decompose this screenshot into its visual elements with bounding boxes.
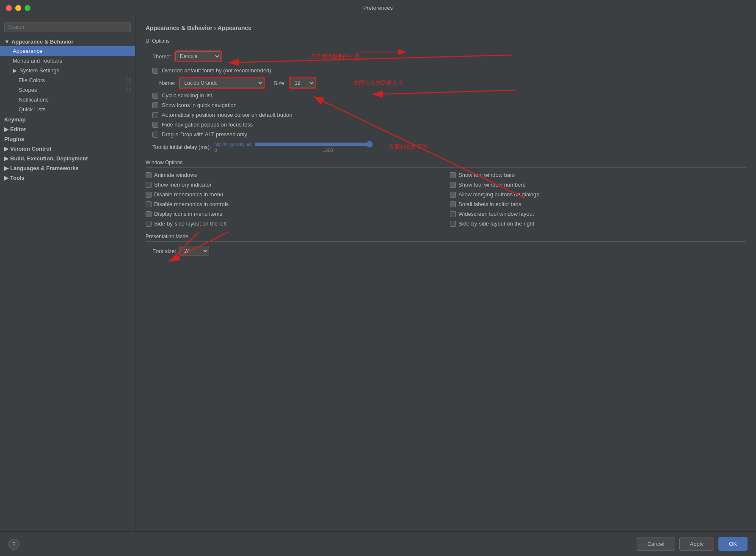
font-size-outlined: 12 11 13 14	[289, 77, 316, 89]
font-face-annotation: 左面包名的字体	[389, 143, 428, 151]
font-name-outlined: Lucida Grande	[179, 77, 265, 89]
sidebar-item-label: Tools	[10, 175, 25, 181]
cyclic-scrolling-label: Cyclic scrolling in list	[162, 92, 212, 99]
close-button[interactable]	[6, 5, 12, 11]
side-by-side-right-checkbox[interactable]	[450, 221, 456, 227]
sidebar-item-plugins[interactable]: Plugins	[0, 134, 135, 143]
show-tool-window-bars-label: Show tool window bars	[458, 172, 515, 178]
show-tool-window-numbers-checkbox[interactable]	[450, 182, 456, 188]
show-tool-window-numbers-option: Show tool window numbers	[450, 182, 746, 188]
ok-button[interactable]: OK	[718, 537, 748, 551]
theme-select-outlined: Darcula IntelliJ Windows High Contrast	[174, 50, 222, 62]
triangle-icon: ▼	[4, 39, 10, 45]
small-labels-editor-checkbox[interactable]	[450, 201, 456, 207]
hide-nav-popups-row: Hide navigation popups on focus loss	[146, 121, 746, 128]
show-icons-quick-nav-label: Show icons in quick navigation	[162, 102, 237, 108]
allow-merging-buttons-checkbox[interactable]	[450, 192, 456, 198]
minimize-button[interactable]	[15, 5, 21, 11]
font-size-label: Size:	[273, 80, 286, 86]
hide-nav-popups-checkbox[interactable]	[152, 122, 158, 128]
font-size-annotation: 左面包名的字体大小	[353, 79, 403, 87]
allow-merging-buttons-label: Allow merging buttons on dialogs	[458, 191, 539, 198]
auto-position-mouse-checkbox[interactable]	[152, 112, 158, 118]
slider-container: http://blog.dsdnj.net/ 0 1200	[215, 141, 373, 153]
theme-annotation: 点击选择想要的主题	[310, 52, 359, 60]
bottom-bar: ? Cancel Apply OK	[0, 531, 756, 556]
sidebar: ▼ Appearance & Behavior Appearance Menus…	[0, 16, 135, 531]
cyclic-scrolling-checkbox[interactable]	[152, 93, 158, 99]
hide-nav-popups-label: Hide navigation popups on focus loss	[162, 121, 253, 128]
side-by-side-left-option: Side-by-side layout on the left	[146, 220, 441, 227]
sidebar-item-label: Plugins	[4, 136, 24, 142]
window-controls[interactable]	[6, 5, 30, 11]
show-memory-indicator-label: Show memory indicator	[154, 182, 212, 188]
sidebar-item-menus-toolbars[interactable]: Menus and Toolbars	[0, 56, 135, 66]
disable-mnemonics-controls-checkbox[interactable]	[146, 201, 152, 207]
display-icons-menu-option: Display icons in menu items	[146, 211, 441, 217]
theme-select[interactable]: Darcula IntelliJ Windows High Contrast	[175, 51, 221, 61]
sidebar-item-tools[interactable]: ▶ Tools	[0, 173, 135, 182]
window-options-section-title: Window Options	[146, 160, 746, 168]
show-memory-indicator-checkbox[interactable]	[146, 182, 152, 188]
presentation-font-size-select[interactable]: 24 18 20 28 32	[179, 246, 209, 256]
disable-mnemonics-menu-checkbox[interactable]	[146, 192, 152, 198]
show-icons-quick-nav-checkbox[interactable]	[152, 102, 158, 108]
sidebar-item-scopes[interactable]: Scopes ⬛	[0, 85, 135, 95]
show-tool-window-bars-option: Show tool window bars	[450, 172, 746, 178]
sidebar-item-build-execution[interactable]: ▶ Build, Execution, Deployment	[0, 153, 135, 163]
ui-options-section-title: UI Options	[146, 38, 746, 46]
small-labels-editor-label: Small labels in editor tabs	[458, 201, 521, 207]
search-input[interactable]	[4, 22, 131, 32]
window-options-left: Animate windows Show memory indicator Di…	[146, 172, 441, 227]
display-icons-menu-label: Display icons in menu items	[154, 211, 222, 217]
theme-row: Theme: Darcula IntelliJ Windows High Con…	[146, 50, 746, 62]
sidebar-item-version-control[interactable]: ▶ Version Control	[0, 143, 135, 153]
sidebar-item-editor[interactable]: ▶ Editor	[0, 124, 135, 134]
widescreen-layout-checkbox[interactable]	[450, 211, 456, 217]
triangle-icon: ▶	[4, 126, 8, 132]
display-icons-menu-checkbox[interactable]	[146, 211, 152, 217]
content-area: Appearance & Behavior › Appearance UI Op…	[135, 16, 756, 531]
presentation-mode-section-title: Presentation Mode	[146, 234, 746, 242]
presentation-font-size-row: Font size: 24 18 20 28 32	[146, 246, 746, 256]
title-bar: Preferences	[0, 0, 756, 16]
slider-min: 0	[215, 148, 217, 153]
sidebar-item-appearance[interactable]: Appearance	[0, 46, 135, 56]
font-size-select[interactable]: 12 11 13 14	[290, 78, 315, 88]
sidebar-item-notifications[interactable]: Notifications	[0, 95, 135, 105]
sidebar-item-quick-lists[interactable]: Quick Lists	[0, 105, 135, 114]
sidebar-item-label: Menus and Toolbars	[13, 58, 62, 64]
sidebar-item-label: Editor	[10, 126, 26, 132]
sidebar-item-keymap[interactable]: Keymap	[0, 114, 135, 124]
presentation-font-size-label: Font size:	[152, 248, 176, 254]
allow-merging-buttons-option: Allow merging buttons on dialogs	[450, 191, 746, 198]
override-fonts-label: Override default fonts by (not recommend…	[162, 67, 273, 74]
sidebar-item-file-colors[interactable]: File Colors ⬛	[0, 75, 135, 85]
show-tool-window-bars-checkbox[interactable]	[450, 172, 456, 178]
sidebar-item-label: Appearance	[13, 48, 42, 54]
triangle-icon: ▶	[13, 67, 17, 74]
window-options-grid: Animate windows Show memory indicator Di…	[146, 172, 746, 227]
show-memory-indicator-option: Show memory indicator	[146, 182, 441, 188]
font-name-label: Name:	[159, 80, 175, 86]
sidebar-item-system-settings[interactable]: ▶ System Settings	[0, 66, 135, 75]
override-fonts-checkbox[interactable]	[152, 68, 158, 74]
sidebar-item-languages-frameworks[interactable]: ▶ Languages & Frameworks	[0, 163, 135, 173]
maximize-button[interactable]	[25, 5, 30, 11]
apply-button[interactable]: Apply	[679, 537, 715, 551]
sidebar-item-label: Version Control	[10, 146, 51, 152]
animate-windows-checkbox[interactable]	[146, 172, 152, 178]
triangle-icon: ▶	[4, 175, 8, 181]
cancel-button[interactable]: Cancel	[637, 537, 675, 551]
sidebar-item-label: Keymap	[4, 116, 26, 123]
side-by-side-left-checkbox[interactable]	[146, 221, 152, 227]
sidebar-item-appearance-behavior[interactable]: ▼ Appearance & Behavior	[0, 36, 135, 46]
help-button[interactable]: ?	[8, 539, 19, 550]
triangle-icon: ▶	[4, 155, 8, 162]
sidebar-item-label: Notifications	[19, 96, 49, 103]
disable-mnemonics-controls-option: Disable mnemonics in controls	[146, 201, 441, 207]
tooltip-slider[interactable]	[254, 141, 373, 148]
window-title: Preferences	[363, 5, 393, 11]
font-name-select[interactable]: Lucida Grande	[179, 78, 264, 88]
drag-n-drop-checkbox[interactable]	[152, 132, 158, 138]
